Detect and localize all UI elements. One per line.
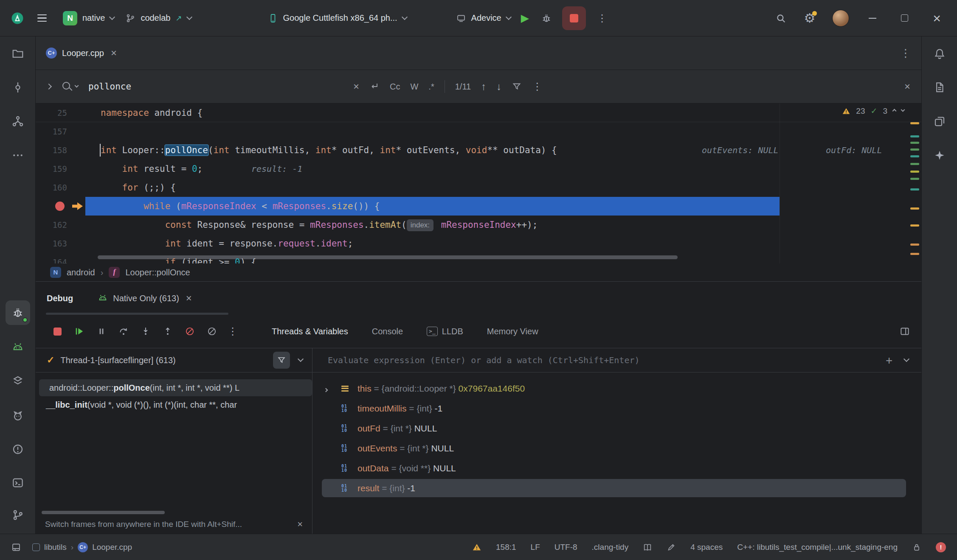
debug-session-tab[interactable]: Native Only (613) × [98,292,192,304]
editor-line-content[interactable]: while (mResponseIndex < mResponses.size(… [85,197,921,216]
problems-tool-icon[interactable] [0,432,36,466]
more-actions-icon[interactable]: ⋮ [597,13,607,23]
filter-search-icon[interactable] [512,81,522,92]
gemini-sparkle-icon[interactable] [922,138,957,172]
stripe-mark[interactable] [910,155,919,157]
file-encoding[interactable]: UTF-8 [554,543,577,552]
inspections-widget[interactable]: 23 ✓ 3 [842,106,904,116]
code-editor[interactable]: 25namespace android {157158int Looper::p… [36,104,921,263]
variable-row[interactable]: 0110outEvents = {int *} NULL [312,438,921,458]
add-watch-icon[interactable]: + [886,354,892,367]
breadcrumb-function[interactable]: Looper::pollOnce [125,268,190,277]
debug-view-tab-lldb[interactable]: >_LLDB [427,327,463,336]
step-into-icon[interactable] [138,323,154,339]
debug-view-tab-console[interactable]: Console [372,327,403,336]
close-button[interactable]: × [933,11,941,25]
pause-program-icon[interactable] [93,323,110,339]
filter-frames-button[interactable] [273,352,290,369]
stripe-mark[interactable] [910,188,919,190]
whole-words-toggle[interactable]: W [410,82,418,92]
regex-toggle[interactable]: .* [428,82,434,92]
stripe-mark[interactable] [910,253,919,255]
search-more-icon[interactable]: ⋮ [532,81,542,92]
editor-gutter[interactable]: 158 [36,141,85,160]
editor-gutter[interactable]: 163 [36,234,85,253]
maximize-button[interactable] [901,14,908,22]
debug-view-tab-threads-variables[interactable]: Threads & Variables [272,327,348,336]
editor-gutter[interactable]: 162 [36,216,85,234]
dismiss-hint-icon[interactable]: × [297,519,303,530]
terminal-tool-icon[interactable] [0,466,36,500]
variable-row[interactable]: 0110outFd = {int *} NULL [312,418,921,438]
lock-icon[interactable] [912,543,921,552]
evaluate-expression-bar[interactable]: Evaluate expression (Enter) or add a wat… [312,348,921,372]
indent-setting[interactable]: 4 spaces [690,543,723,552]
debug-view-tab-memory-view[interactable]: Memory View [487,327,538,336]
stripe-mark[interactable] [910,163,919,165]
tab-scrollbar[interactable] [46,313,228,315]
editor-line-content[interactable] [85,122,921,141]
project-tool-icon[interactable] [0,36,36,70]
layout-settings-icon[interactable] [899,326,910,337]
main-menu-icon[interactable] [37,14,47,22]
close-find-bar-icon[interactable]: × [904,81,910,92]
editor-line-content[interactable]: namespace android { [85,104,921,122]
stop-session-icon[interactable] [49,323,65,339]
stripe-mark[interactable] [910,148,919,151]
next-problem-icon[interactable] [901,108,905,112]
editor-line-content[interactable]: int result = 0;result: -1 [85,160,921,178]
search-everywhere-icon[interactable] [775,12,787,24]
caret-position[interactable]: 158:1 [496,543,516,552]
pen-icon[interactable] [667,543,676,552]
editor-line-content[interactable]: int ident = response.request.ident; [85,234,921,253]
search-input[interactable]: pollonce [88,81,343,92]
close-session-icon[interactable]: × [186,292,192,304]
editor-tab-looper[interactable]: C+ Looper.cpp × [46,47,117,59]
variable-row[interactable]: this = {android::Looper *} 0x7967aa146f5… [312,378,921,398]
device-selector[interactable]: Google Cuttlefish x86_64 ph... [264,13,411,23]
editor-gutter[interactable]: 157 [36,122,85,141]
avatar[interactable] [832,10,849,27]
search-history-chevron-icon[interactable] [75,83,79,87]
hierarchy-tool-icon[interactable] [0,104,36,138]
stop-button[interactable] [562,6,586,30]
notifications-bell-icon[interactable] [922,36,957,70]
expand-replace-icon[interactable] [46,84,52,90]
device-explorer-icon[interactable] [922,70,957,104]
editor-gutter[interactable]: 164 [36,253,85,263]
editor-line-content[interactable]: int Looper::pollOnce(int timeoutMillis, … [85,141,921,160]
settings-gear-icon[interactable]: ⚙ [804,12,815,25]
debug-more-icon[interactable]: ⋮ [228,326,238,336]
emulator-tool-icon[interactable] [0,330,36,364]
match-case-toggle[interactable]: Cc [390,82,400,92]
stripe-mark[interactable] [910,142,919,144]
branch-selector[interactable]: codelab ↗ [121,13,195,23]
stripe-mark[interactable] [910,171,919,173]
previous-problem-icon[interactable] [892,109,897,113]
clang-tidy[interactable]: .clang-tidy [592,543,629,552]
clear-search-icon[interactable]: × [353,81,359,92]
profiler-tool-icon[interactable] [0,364,36,398]
stripe-mark[interactable] [910,224,919,227]
version-control-tool-icon[interactable] [0,498,36,532]
next-occurrence-icon[interactable]: ↓ [496,81,501,92]
variable-row[interactable]: 0110outData = {void **} NULL [312,458,921,478]
editor-gutter[interactable]: 160 [36,178,85,197]
close-tab-icon[interactable]: × [111,47,117,59]
step-out-icon[interactable] [160,323,176,339]
stack-frame[interactable]: __libc_init(void *, void (*)(), int (*)(… [36,396,312,413]
expand-chevron-icon[interactable] [324,384,341,394]
project-selector[interactable]: N native [59,11,118,25]
logcat-tool-icon[interactable] [0,399,36,433]
device-manager-icon[interactable] [922,104,957,138]
stack-frame[interactable]: android::Looper::pollOnce(int, int *, in… [39,379,312,396]
editor-line-content[interactable]: const Response& response = mResponses.it… [85,216,921,234]
thread-dropdown-chevron-icon[interactable] [298,356,304,362]
editor-gutter[interactable]: 159 [36,160,85,178]
resume-program-icon[interactable] [71,323,87,339]
debug-button[interactable] [541,13,552,24]
status-breadcrumb[interactable]: libutils › C+ Looper.cpp [32,542,132,552]
no-suspend-icon[interactable] [204,323,220,339]
variable-row[interactable]: 0110timeoutMillis = {int} -1 [312,398,921,418]
more-tool-windows-icon[interactable] [0,138,36,172]
